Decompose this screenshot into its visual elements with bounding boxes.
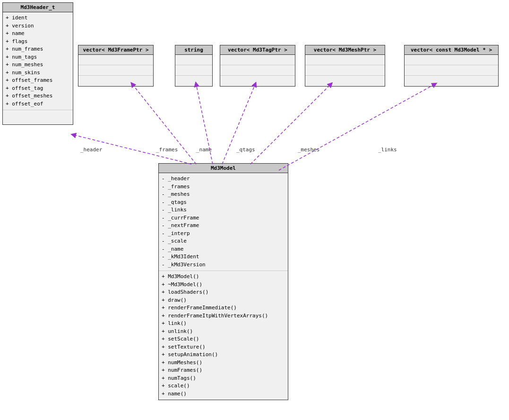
tags-box: vector< Md3TagPtr > [220,45,295,87]
links-box-title: vector< const Md3Model * > [405,45,498,55]
model-box: Md3Model - _header - _frames - _meshes -… [158,163,288,400]
label-qtags: _qtags [236,147,255,153]
diagram-container: Md3Header_t + ident + version + name + f… [0,0,509,420]
meshes-box: vector< Md3MeshPtr > [305,45,385,87]
label-meshes: _meshes [298,147,319,153]
label-links: _links [378,147,397,153]
label-name: _name [196,147,212,153]
model-box-attributes: - _header - _frames - _meshes - _qtags -… [159,173,288,271]
links-box: vector< const Md3Model * > [404,45,499,87]
frames-box: vector< Md3FramePtr > [78,45,154,87]
label-header: _header [80,147,102,153]
frames-box-title: vector< Md3FramePtr > [78,45,153,55]
model-box-methods: + Md3Model() + ~Md3Model() + loadShaders… [159,271,288,400]
label-frames: _frames [156,147,178,153]
string-box: string [175,45,213,87]
header-box: Md3Header_t + ident + version + name + f… [2,2,73,125]
model-box-title: Md3Model [159,164,288,173]
header-box-fields: + ident + version + name + flags + num_f… [3,12,73,110]
header-box-title: Md3Header_t [3,3,73,12]
arrow-links [279,84,435,170]
meshes-box-title: vector< Md3MeshPtr > [305,45,385,55]
string-box-title: string [175,45,212,55]
tags-box-title: vector< Md3TagPtr > [220,45,295,55]
header-box-empty [3,110,73,124]
